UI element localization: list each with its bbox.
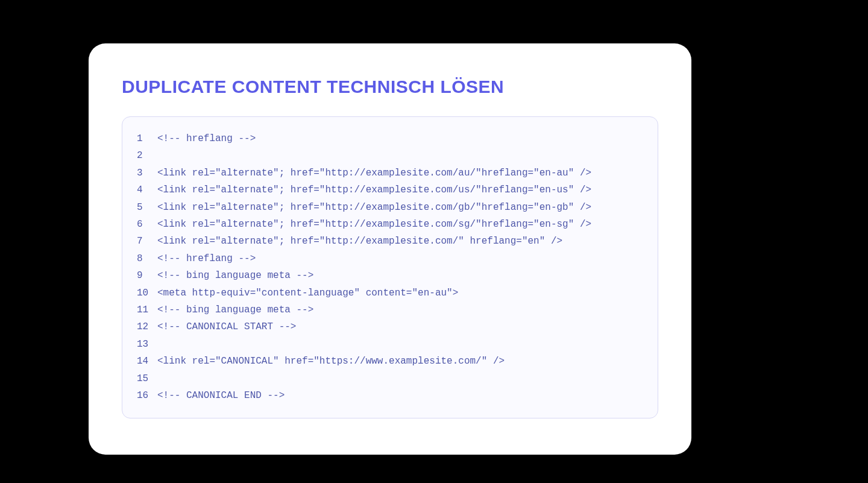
line-number: 8 xyxy=(137,250,157,267)
line-content: <!-- CANONICAL START --> xyxy=(157,318,296,335)
line-content: <link rel="alternate"; href="http://exam… xyxy=(157,199,591,216)
line-content: <link rel="alternate"; href="http://exam… xyxy=(157,182,591,198)
code-line: 9<!-- bing language meta --> xyxy=(137,267,643,284)
line-number: 1 xyxy=(137,130,157,147)
line-number: 16 xyxy=(137,387,157,404)
code-line: 6<link rel="alternate"; href="http://exa… xyxy=(137,216,643,233)
line-number: 4 xyxy=(137,182,157,198)
code-line: 14<link rel="CANONICAL" href="https://ww… xyxy=(137,353,643,370)
line-number: 6 xyxy=(137,216,157,233)
code-line: 13 xyxy=(137,336,643,353)
line-number: 7 xyxy=(137,233,157,250)
card-title: DUPLICATE CONTENT TECHNISCH LÖSEN xyxy=(122,77,658,97)
line-content: <link rel="alternate"; href="http://exam… xyxy=(157,216,591,233)
line-content: <!-- CANONICAL END --> xyxy=(157,387,285,404)
code-line: 7<link rel="alternate"; href="http://exa… xyxy=(137,233,643,250)
code-line: 11<!-- bing language meta --> xyxy=(137,301,643,318)
code-block: 1<!-- hreflang -->23<link rel="alternate… xyxy=(122,116,658,418)
code-line: 4<link rel="alternate"; href="http://exa… xyxy=(137,182,643,198)
code-line: 3<link rel="alternate"; href="http://exa… xyxy=(137,165,643,182)
line-number: 13 xyxy=(137,336,157,353)
code-line: 16<!-- CANONICAL END --> xyxy=(137,387,643,404)
line-number: 5 xyxy=(137,199,157,216)
line-content: <!-- hreflang --> xyxy=(157,130,256,147)
line-number: 12 xyxy=(137,318,157,335)
code-line: 8<!-- hreflang --> xyxy=(137,250,643,267)
line-number: 10 xyxy=(137,285,157,301)
code-line: 10<meta http-equiv="content-language" co… xyxy=(137,285,643,301)
line-number: 9 xyxy=(137,267,157,284)
code-line: 12<!-- CANONICAL START --> xyxy=(137,318,643,335)
line-number: 2 xyxy=(137,147,157,164)
line-number: 15 xyxy=(137,370,157,387)
line-content: <!-- bing language meta --> xyxy=(157,301,313,318)
code-line: 2 xyxy=(137,147,643,164)
line-content: <meta http-equiv="content-language" cont… xyxy=(157,285,458,301)
line-number: 14 xyxy=(137,353,157,370)
line-content: <link rel="alternate"; href="http://exam… xyxy=(157,165,591,182)
line-content: <link rel="CANONICAL" href="https://www.… xyxy=(157,353,505,370)
line-content: <!-- bing language meta --> xyxy=(157,267,313,284)
line-number: 3 xyxy=(137,165,157,182)
code-line: 1<!-- hreflang --> xyxy=(137,130,643,147)
line-content: <link rel="alternate"; href="http://exam… xyxy=(157,233,562,250)
code-line: 5<link rel="alternate"; href="http://exa… xyxy=(137,199,643,216)
line-content: <!-- hreflang --> xyxy=(157,250,256,267)
content-card: DUPLICATE CONTENT TECHNISCH LÖSEN 1<!-- … xyxy=(89,43,691,455)
code-line: 15 xyxy=(137,370,643,387)
line-number: 11 xyxy=(137,301,157,318)
